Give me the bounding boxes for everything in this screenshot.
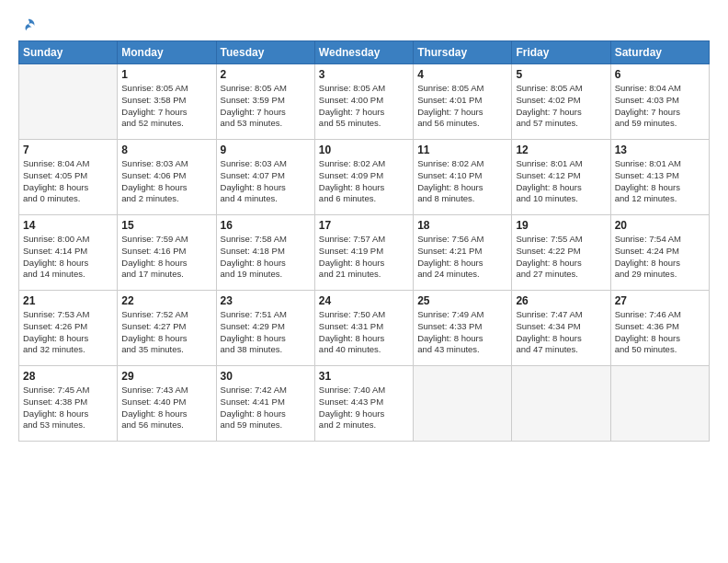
day-number: 25 [417,294,507,307]
day-number: 9 [221,144,311,156]
day-number: 19 [516,219,606,232]
day-info: Sunrise: 8:05 AMSunset: 4:02 PMDaylight:… [516,83,606,130]
day-info: Sunrise: 7:53 AMSunset: 4:26 PMDaylight:… [23,309,113,356]
day-number: 5 [516,68,606,81]
calendar-cell: 3Sunrise: 8:05 AMSunset: 4:00 PMDaylight… [314,64,413,140]
calendar-cell: 11Sunrise: 8:02 AMSunset: 4:10 PMDayligh… [414,140,512,215]
logo-text [18,17,37,33]
day-number: 18 [417,219,507,232]
day-info: Sunrise: 7:55 AMSunset: 4:22 PMDaylight:… [516,234,606,281]
week-row-4: 21Sunrise: 7:53 AMSunset: 4:26 PMDayligh… [19,291,710,366]
calendar-cell: 29Sunrise: 7:43 AMSunset: 4:40 PMDayligh… [118,366,216,442]
day-number: 7 [23,144,113,156]
weekday-header-sunday: Sunday [19,41,118,64]
day-info: Sunrise: 8:02 AMSunset: 4:09 PMDaylight:… [319,158,409,205]
calendar-cell: 8Sunrise: 8:03 AMSunset: 4:06 PMDaylight… [118,140,216,215]
calendar-cell: 14Sunrise: 8:00 AMSunset: 4:14 PMDayligh… [19,215,118,291]
day-info: Sunrise: 7:59 AMSunset: 4:16 PMDaylight:… [121,234,211,281]
day-number: 10 [319,144,409,156]
calendar-cell: 1Sunrise: 8:05 AMSunset: 3:58 PMDaylight… [118,64,216,140]
day-info: Sunrise: 7:52 AMSunset: 4:27 PMDaylight:… [121,309,211,356]
day-number: 16 [221,219,311,232]
week-row-1: 1Sunrise: 8:05 AMSunset: 3:58 PMDaylight… [19,64,710,140]
calendar-cell: 18Sunrise: 7:56 AMSunset: 4:21 PMDayligh… [414,215,512,291]
day-info: Sunrise: 7:56 AMSunset: 4:21 PMDaylight:… [417,234,507,281]
day-info: Sunrise: 7:45 AMSunset: 4:38 PMDaylight:… [23,385,113,431]
day-info: Sunrise: 7:57 AMSunset: 4:19 PMDaylight:… [319,234,409,281]
day-info: Sunrise: 7:47 AMSunset: 4:34 PMDaylight:… [516,309,606,356]
day-number: 12 [516,144,606,156]
day-info: Sunrise: 8:00 AMSunset: 4:14 PMDaylight:… [23,234,113,281]
logo-bird-icon [20,17,37,33]
day-info: Sunrise: 8:04 AMSunset: 4:03 PMDaylight:… [615,83,705,130]
calendar-cell: 16Sunrise: 7:58 AMSunset: 4:18 PMDayligh… [216,215,314,291]
calendar-cell: 26Sunrise: 7:47 AMSunset: 4:34 PMDayligh… [512,291,610,366]
calendar-cell [610,366,709,442]
calendar-cell: 22Sunrise: 7:52 AMSunset: 4:27 PMDayligh… [118,291,216,366]
weekday-header-wednesday: Wednesday [314,41,413,64]
calendar-cell: 24Sunrise: 7:50 AMSunset: 4:31 PMDayligh… [314,291,413,366]
day-info: Sunrise: 7:54 AMSunset: 4:24 PMDaylight:… [615,234,705,281]
day-number: 24 [319,294,409,307]
weekday-header-monday: Monday [118,41,216,64]
day-info: Sunrise: 8:03 AMSunset: 4:06 PMDaylight:… [121,158,211,205]
week-row-3: 14Sunrise: 8:00 AMSunset: 4:14 PMDayligh… [19,215,710,291]
day-number: 14 [23,219,113,232]
calendar-cell: 13Sunrise: 8:01 AMSunset: 4:13 PMDayligh… [610,140,709,215]
day-info: Sunrise: 7:50 AMSunset: 4:31 PMDaylight:… [319,309,409,356]
day-info: Sunrise: 8:01 AMSunset: 4:13 PMDaylight:… [615,158,705,205]
day-number: 22 [121,294,211,307]
day-info: Sunrise: 8:01 AMSunset: 4:12 PMDaylight:… [516,158,606,205]
calendar-cell: 19Sunrise: 7:55 AMSunset: 4:22 PMDayligh… [512,215,610,291]
weekday-header-row: SundayMondayTuesdayWednesdayThursdayFrid… [19,41,710,64]
calendar-cell: 23Sunrise: 7:51 AMSunset: 4:29 PMDayligh… [216,291,314,366]
calendar-cell: 2Sunrise: 8:05 AMSunset: 3:59 PMDaylight… [216,64,314,140]
day-number: 1 [121,68,211,81]
calendar-cell: 20Sunrise: 7:54 AMSunset: 4:24 PMDayligh… [610,215,709,291]
weekday-header-saturday: Saturday [610,41,709,64]
day-info: Sunrise: 7:42 AMSunset: 4:41 PMDaylight:… [221,385,311,431]
day-info: Sunrise: 8:05 AMSunset: 4:00 PMDaylight:… [319,83,409,130]
calendar-cell: 17Sunrise: 7:57 AMSunset: 4:19 PMDayligh… [314,215,413,291]
calendar-cell [512,366,610,442]
day-number: 6 [615,68,705,81]
week-row-5: 28Sunrise: 7:45 AMSunset: 4:38 PMDayligh… [19,366,710,442]
calendar-cell: 15Sunrise: 7:59 AMSunset: 4:16 PMDayligh… [118,215,216,291]
calendar-cell [19,64,118,140]
calendar-cell [414,366,512,442]
calendar-table: SundayMondayTuesdayWednesdayThursdayFrid… [18,40,710,442]
day-number: 3 [319,68,409,81]
calendar-cell: 21Sunrise: 7:53 AMSunset: 4:26 PMDayligh… [19,291,118,366]
calendar-cell: 10Sunrise: 8:02 AMSunset: 4:09 PMDayligh… [314,140,413,215]
day-number: 11 [417,144,507,156]
calendar-cell: 4Sunrise: 8:05 AMSunset: 4:01 PMDaylight… [414,64,512,140]
day-info: Sunrise: 7:40 AMSunset: 4:43 PMDaylight:… [319,385,409,431]
day-info: Sunrise: 8:05 AMSunset: 3:58 PMDaylight:… [121,83,211,130]
calendar-cell: 25Sunrise: 7:49 AMSunset: 4:33 PMDayligh… [414,291,512,366]
calendar-cell: 9Sunrise: 8:03 AMSunset: 4:07 PMDaylight… [216,140,314,215]
day-info: Sunrise: 8:03 AMSunset: 4:07 PMDaylight:… [221,158,311,205]
calendar-cell: 31Sunrise: 7:40 AMSunset: 4:43 PMDayligh… [314,366,413,442]
day-info: Sunrise: 7:43 AMSunset: 4:40 PMDaylight:… [121,385,211,431]
calendar-cell: 30Sunrise: 7:42 AMSunset: 4:41 PMDayligh… [216,366,314,442]
day-number: 20 [615,219,705,232]
calendar-cell: 5Sunrise: 8:05 AMSunset: 4:02 PMDaylight… [512,64,610,140]
day-info: Sunrise: 8:05 AMSunset: 3:59 PMDaylight:… [221,83,311,130]
calendar-cell: 7Sunrise: 8:04 AMSunset: 4:05 PMDaylight… [19,140,118,215]
day-number: 4 [417,68,507,81]
calendar-cell: 12Sunrise: 8:01 AMSunset: 4:12 PMDayligh… [512,140,610,215]
week-row-2: 7Sunrise: 8:04 AMSunset: 4:05 PMDaylight… [19,140,710,215]
header [18,17,710,33]
calendar-cell: 27Sunrise: 7:46 AMSunset: 4:36 PMDayligh… [610,291,709,366]
day-info: Sunrise: 7:58 AMSunset: 4:18 PMDaylight:… [221,234,311,281]
calendar-cell: 28Sunrise: 7:45 AMSunset: 4:38 PMDayligh… [19,366,118,442]
day-number: 29 [121,370,211,383]
day-number: 31 [319,370,409,383]
day-number: 28 [23,370,113,383]
weekday-header-thursday: Thursday [414,41,512,64]
day-number: 17 [319,219,409,232]
calendar-cell: 6Sunrise: 8:04 AMSunset: 4:03 PMDaylight… [610,64,709,140]
weekday-header-friday: Friday [512,41,610,64]
calendar-page: SundayMondayTuesdayWednesdayThursdayFrid… [0,0,728,563]
day-info: Sunrise: 7:46 AMSunset: 4:36 PMDaylight:… [615,309,705,356]
